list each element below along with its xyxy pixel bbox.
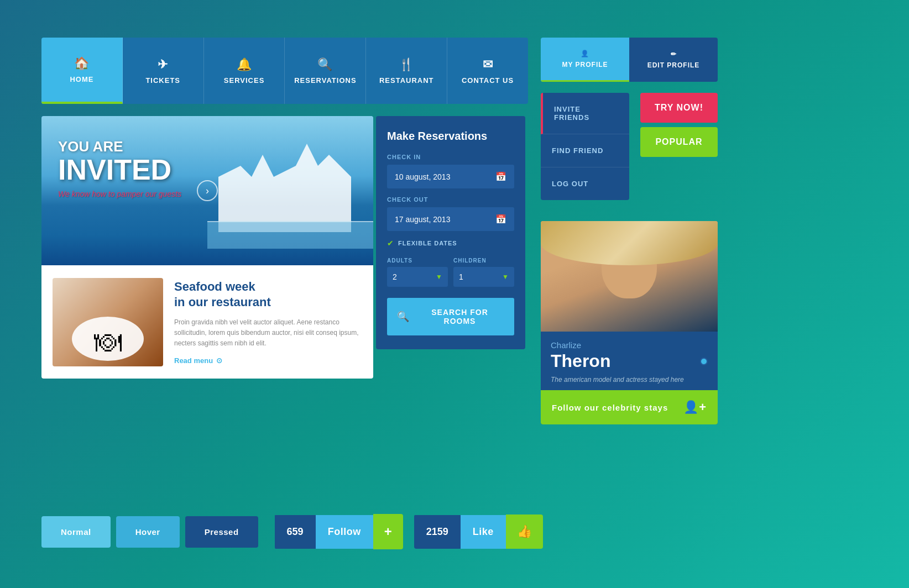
search-rooms-icon: 🔍 bbox=[397, 311, 410, 323]
sidebar-item-find[interactable]: FIND FRIEND bbox=[541, 134, 629, 167]
guests-row: ADULTS 2 ▼ CHILDREN 1 ▼ bbox=[387, 258, 514, 287]
arrow-circle-icon: ⊙ bbox=[216, 356, 222, 365]
calendar-icon: 📅 bbox=[495, 171, 506, 182]
nav-home-label: HOME bbox=[70, 75, 93, 83]
calendar-icon-2: 📅 bbox=[495, 214, 506, 224]
dropdown-arrow-icon-2: ▼ bbox=[502, 273, 509, 281]
my-profile-label: MY PROFILE bbox=[562, 61, 608, 69]
hover-button[interactable]: Hover bbox=[116, 516, 180, 548]
invite-friends-label: INVITE FRIENDS bbox=[554, 105, 618, 122]
follow-label: Follow bbox=[316, 515, 373, 549]
celebrity-first-name: Charlize bbox=[551, 340, 708, 350]
nav-contact[interactable]: ✉ CONTACT US bbox=[447, 38, 528, 104]
nav-tickets[interactable]: ✈ TICKETS bbox=[123, 38, 204, 104]
online-status-dot bbox=[700, 358, 708, 365]
edit-profile-label: EDIT PROFILE bbox=[647, 61, 700, 69]
food-card: Seafood weekin our restaurant Proin grav… bbox=[41, 265, 373, 379]
normal-button[interactable]: Normal bbox=[41, 516, 111, 548]
pressed-button[interactable]: Pressed bbox=[185, 516, 258, 548]
food-info: Seafood weekin our restaurant Proin grav… bbox=[174, 268, 373, 376]
sidebar-menu: INVITE FRIENDS FIND FRIEND LOG OUT bbox=[541, 93, 629, 200]
celebrity-card: Charlize Theron The american model and a… bbox=[541, 221, 718, 424]
profile-icon: 👤 bbox=[581, 50, 589, 57]
like-button[interactable]: 👍 bbox=[506, 514, 543, 549]
hero-text: YOU ARE INVITED We know how to pamper ou… bbox=[58, 138, 181, 198]
check-icon: ✔ bbox=[387, 239, 394, 248]
celebrity-face bbox=[541, 221, 718, 332]
food-image bbox=[53, 278, 163, 366]
try-now-button[interactable]: TRY NOW! bbox=[640, 93, 718, 123]
main-navigation: 🏠 HOME ✈ TICKETS 🔔 SERVICES 🔍 RESERVATIO… bbox=[41, 38, 528, 104]
reservation-panel: Make Reservations CHECK IN 10 august, 20… bbox=[376, 116, 525, 349]
like-count: 2159 bbox=[414, 515, 461, 549]
bottom-buttons-row: Normal Hover Pressed 659 Follow + 2159 L… bbox=[41, 514, 543, 549]
nav-restaurant-label: RESTAURANT bbox=[379, 76, 434, 85]
children-select[interactable]: 1 ▼ bbox=[453, 267, 514, 287]
restaurant-icon: 🍴 bbox=[399, 57, 414, 72]
nav-contact-label: CONTACT US bbox=[462, 76, 514, 85]
nav-home[interactable]: 🏠 HOME bbox=[41, 38, 123, 104]
follow-plus-button[interactable]: + bbox=[373, 514, 403, 549]
like-label: Like bbox=[461, 515, 506, 549]
adults-group: ADULTS 2 ▼ bbox=[387, 258, 448, 287]
reservation-title: Make Reservations bbox=[387, 130, 514, 143]
nav-tickets-label: TICKETS bbox=[145, 76, 180, 85]
action-buttons: TRY NOW! POPULAR bbox=[640, 93, 718, 157]
edit-profile-tab[interactable]: ✏ EDIT PROFILE bbox=[629, 38, 718, 82]
nav-reservations[interactable]: 🔍 RESERVATIONS bbox=[285, 38, 366, 104]
find-friend-label: FIND FRIEND bbox=[552, 146, 603, 155]
nav-services-label: SERVICES bbox=[224, 76, 265, 85]
hover-label: Hover bbox=[135, 527, 160, 537]
my-profile-tab[interactable]: 👤 MY PROFILE bbox=[541, 38, 629, 82]
children-label: CHILDREN bbox=[453, 258, 514, 264]
nav-services[interactable]: 🔔 SERVICES bbox=[204, 38, 285, 104]
checkin-input[interactable]: 10 august, 2013 📅 bbox=[387, 165, 514, 188]
edit-icon: ✏ bbox=[671, 50, 677, 58]
checkin-label: CHECK IN bbox=[387, 154, 514, 160]
hero-line1: YOU ARE bbox=[58, 138, 181, 155]
dropdown-arrow-icon: ▼ bbox=[436, 273, 442, 281]
read-menu-link[interactable]: Read menu ⊙ bbox=[174, 356, 362, 365]
reservations-icon: 🔍 bbox=[317, 57, 333, 72]
profile-navigation: 👤 MY PROFILE ✏ EDIT PROFILE bbox=[541, 38, 718, 82]
hero-banner: YOU ARE INVITED We know how to pamper ou… bbox=[41, 116, 373, 265]
food-title: Seafood weekin our restaurant bbox=[174, 279, 362, 311]
services-icon: 🔔 bbox=[237, 57, 252, 72]
adults-label: ADULTS bbox=[387, 258, 448, 264]
popular-button[interactable]: POPULAR bbox=[640, 127, 718, 157]
hero-arrow-button[interactable]: › bbox=[197, 180, 218, 201]
logout-label: LOG OUT bbox=[552, 180, 588, 188]
celebrity-image bbox=[541, 221, 718, 332]
search-rooms-button[interactable]: 🔍 SEARCH FOR ROOMS bbox=[387, 298, 514, 335]
contact-icon: ✉ bbox=[483, 57, 493, 72]
celebrity-description: The american model and actress stayed he… bbox=[551, 376, 708, 384]
hero-pool bbox=[207, 221, 373, 249]
celebrity-last-name: Theron bbox=[551, 351, 708, 371]
home-icon: 🏠 bbox=[74, 56, 90, 71]
hero-tagline: We know how to pamper our guests bbox=[58, 190, 181, 198]
celebrity-follow-button[interactable]: Follow our celebrity stays 👤+ bbox=[541, 390, 718, 424]
follow-count: 659 bbox=[275, 515, 316, 549]
nav-reservations-label: RESERVATIONS bbox=[294, 76, 356, 85]
checkout-label: CHECK OUT bbox=[387, 196, 514, 203]
checkout-input[interactable]: 17 august, 2013 📅 bbox=[387, 207, 514, 231]
flexible-dates-row: ✔ FLEXIBLE DATES bbox=[387, 239, 514, 248]
follow-group: 659 Follow + bbox=[275, 514, 403, 549]
flexible-dates-label: FLEXIBLE DATES bbox=[398, 240, 457, 246]
hero-line2: INVITED bbox=[58, 155, 181, 184]
like-group: 2159 Like 👍 bbox=[414, 514, 543, 549]
add-person-icon: 👤+ bbox=[683, 400, 707, 414]
tickets-icon: ✈ bbox=[158, 57, 168, 72]
celebrity-info: Charlize Theron The american model and a… bbox=[541, 332, 718, 390]
adults-select[interactable]: 2 ▼ bbox=[387, 267, 448, 287]
sidebar-item-invite[interactable]: INVITE FRIENDS bbox=[541, 93, 629, 134]
children-group: CHILDREN 1 ▼ bbox=[453, 258, 514, 287]
nav-restaurant[interactable]: 🍴 RESTAURANT bbox=[366, 38, 447, 104]
food-description: Proin gravida nibh vel velit auctor aliq… bbox=[174, 317, 362, 349]
sidebar-item-logout[interactable]: LOG OUT bbox=[541, 167, 629, 200]
